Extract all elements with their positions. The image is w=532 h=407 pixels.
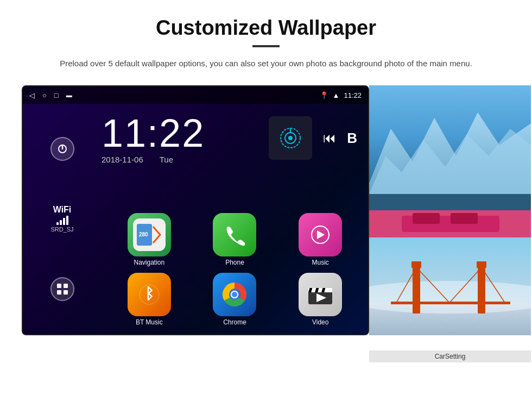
app-label-navigation: Navigation [134,259,164,266]
svg-rect-4 [57,290,61,295]
app-label-video: Video [312,318,328,326]
app-icon-music [299,213,342,256]
app-icon-btmusic: ᛒ [128,273,171,316]
location-icon: 📍 [320,91,328,99]
screenshot-icon[interactable]: ▬ [66,92,72,98]
app-item-navigation[interactable]: 280 Navigation [110,213,189,266]
app-label-phone: Phone [225,259,244,266]
status-bar: ◁ ○ □ ▬ 📍 ▲ 11:22 [23,86,368,104]
wifi-bar-4 [66,216,68,225]
clock-day-value: Tue [160,155,173,164]
app-grid: 280 Navigation Phone [102,208,368,334]
app-label-btmusic: BT Music [136,318,163,326]
svg-rect-45 [477,261,486,268]
apps-grid-button[interactable] [50,277,74,301]
app-item-video[interactable]: Video [281,273,360,326]
svg-text:ᛒ: ᛒ [144,285,154,302]
app-item-music[interactable]: Music [281,213,360,266]
track-label: B [347,130,357,147]
app-icon-chrome [213,273,256,316]
svg-point-20 [232,292,237,297]
app-label-chrome: Chrome [223,318,246,326]
svg-rect-5 [64,290,68,295]
title-divider [252,45,280,47]
recents-icon[interactable]: □ [54,91,59,99]
clock-date-value: 2018-11-06 [102,155,143,164]
svg-point-36 [369,281,531,314]
wifi-bar-2 [60,220,62,225]
page-description: Preload over 5 default wallpaper options… [22,57,510,70]
wifi-label: WiFi [50,205,73,215]
app-item-btmusic[interactable]: ᛒ BT Music [110,273,189,326]
status-time: 11:22 [344,91,362,99]
page-container: Customized Wallpaper Preload over 5 defa… [0,0,532,373]
wifi-info: WiFi SRD_SJ [50,205,73,233]
device-mockup: ◁ ○ □ ▬ 📍 ▲ 11:22 [22,85,369,335]
radio-icon-box[interactable] [269,116,312,160]
app-icon-navigation: 280 [128,213,171,256]
svg-rect-3 [64,284,68,288]
clock-area: 11:22 2018-11-06 Tue [102,114,205,164]
wallpaper-panel: CarSetting [369,85,531,362]
wifi-ssid: SRD_SJ [50,226,73,233]
app-item-phone[interactable]: Phone [195,213,275,266]
clock-date: 2018-11-06 Tue [102,155,205,164]
app-label-music: Music [312,259,328,266]
svg-rect-2 [57,284,61,288]
device-top-icons: ⏮ B [269,116,357,160]
status-bar-right: 📍 ▲ 11:22 [320,91,362,99]
wallpaper-preview-pink[interactable] [369,210,531,237]
svg-rect-33 [451,213,478,224]
wallpaper-preview-ice[interactable] [369,85,531,210]
app-icon-phone [213,213,256,256]
svg-rect-32 [413,213,440,224]
carsetting-label[interactable]: CarSetting [369,350,531,362]
wifi-bar-3 [63,218,65,225]
app-icon-video [299,273,342,316]
svg-rect-43 [391,302,510,304]
wifi-bars [50,216,73,225]
status-bar-left: ◁ ○ □ ▬ [29,91,72,99]
svg-rect-29 [369,194,531,210]
svg-rect-44 [411,261,421,268]
app-item-chrome[interactable]: Chrome [195,273,275,326]
home-icon[interactable]: ○ [42,91,47,99]
device-sidebar: WiFi SRD_SJ [23,104,102,334]
page-title: Customized Wallpaper [22,16,510,40]
clock-time: 11:22 [102,114,205,153]
power-button[interactable] [50,137,74,161]
main-content: ◁ ○ □ ▬ 📍 ▲ 11:22 [22,85,510,362]
wallpaper-preview-bridge[interactable]: CarSetting [369,237,531,362]
wifi-icon: ▲ [333,91,340,99]
svg-point-8 [288,136,293,140]
wifi-bar-1 [56,222,59,225]
prev-track-icon[interactable]: ⏮ [323,130,336,146]
svg-text:280: 280 [139,231,148,237]
back-icon[interactable]: ◁ [29,91,35,99]
